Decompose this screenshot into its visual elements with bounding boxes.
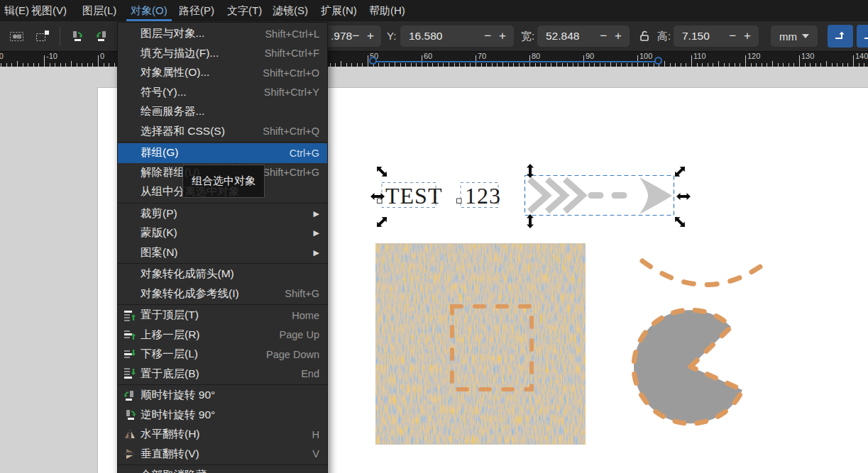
width-field[interactable]: 52.848 −+ — [537, 26, 630, 47]
ruler-tick — [605, 63, 605, 67]
ruler-tick — [762, 63, 762, 67]
arrow-object[interactable] — [525, 176, 674, 216]
menu-item-5[interactable]: 绘画服务器... — [118, 102, 327, 122]
menu-item-label: 全部取消隐藏 — [141, 468, 319, 473]
menu-item-shortcut: Shift+Ctrl+L — [265, 28, 319, 40]
menu-item-15[interactable]: 置于顶层(T)Home — [118, 306, 327, 325]
selection-handle[interactable] — [672, 214, 687, 229]
ruler-tick — [492, 63, 493, 67]
select-all-icon[interactable] — [6, 25, 28, 48]
height-field[interactable]: 7.150 −+ — [674, 26, 759, 47]
menubar-item-2[interactable]: 视图(V) — [28, 0, 70, 21]
ruler-tick — [853, 55, 854, 67]
ruler-tick — [735, 63, 735, 67]
ruler-tick — [508, 63, 509, 67]
lock-ratio-icon[interactable] — [638, 29, 651, 45]
menu-item-10[interactable]: 裁剪(P)▶ — [118, 204, 327, 224]
menubar-item-4[interactable]: 对象(O) — [128, 0, 170, 21]
menubar-item-1[interactable]: 辑(E) — [1, 0, 32, 21]
selection-handle[interactable] — [374, 164, 389, 179]
text-test[interactable]: TEST — [385, 183, 442, 208]
width-decrease-button[interactable]: − — [600, 29, 607, 43]
dashed-curve-object[interactable] — [642, 260, 770, 285]
scale-stroke-toggle[interactable] — [828, 25, 853, 48]
menu-item-3[interactable]: 对象属性(O)...Shift+Ctrl+O — [118, 63, 327, 83]
menu-item-shortcut: H — [312, 429, 319, 440]
menu-item-22[interactable]: 垂直翻转(V)V — [118, 445, 327, 464]
text-123[interactable]: 123 — [465, 183, 501, 208]
menu-item-13[interactable]: 对象转化成箭头(M) — [118, 265, 327, 284]
ruler-tick — [621, 63, 622, 67]
ruler-tick — [551, 63, 551, 67]
y-value[interactable]: 16.580 — [400, 30, 484, 43]
menu-item-spacer — [123, 166, 141, 179]
menu-item-16[interactable]: 上移一层(R)Page Up — [118, 325, 327, 345]
selection-handle[interactable] — [527, 214, 534, 228]
menu-item-spacer — [123, 106, 141, 118]
y-decrease-button[interactable]: − — [484, 29, 491, 43]
height-decrease-button[interactable]: − — [729, 29, 736, 43]
menu-item-21[interactable]: 水平翻转(H)H — [118, 425, 327, 445]
menu-item-12[interactable]: 图案(N)▶ — [118, 243, 327, 263]
menu-item-spacer — [123, 86, 141, 99]
menubar-item-7[interactable]: 滤镜(S) — [270, 0, 311, 21]
scale-corners-toggle[interactable] — [857, 25, 868, 48]
menu-item-20[interactable]: 逆时针旋转 90° — [118, 406, 327, 425]
select-edit-icon[interactable] — [31, 25, 54, 48]
menu-item-14[interactable]: 对象转化成参考线(I)Shift+G — [118, 284, 327, 304]
selection-handle[interactable] — [374, 214, 389, 229]
menu-item-spacer — [123, 469, 141, 473]
width-value[interactable]: 52.848 — [537, 30, 600, 43]
ruler-tick — [713, 63, 713, 67]
ruler-tick — [427, 63, 428, 67]
menu-item-19[interactable]: 顺时针旋转 90° — [118, 386, 327, 406]
y-field[interactable]: 16.580 −+ — [400, 26, 514, 47]
text-123-object[interactable]: 123 — [457, 183, 502, 209]
menubar-item-8[interactable]: 扩展(N) — [318, 0, 360, 21]
unit-dropdown[interactable]: mm — [771, 26, 818, 47]
menu-item-7[interactable]: 群组(G)Ctrl+G — [118, 143, 327, 163]
ruler-label: 70 — [478, 52, 486, 60]
x-decrease-button[interactable]: − — [352, 29, 359, 43]
ruler-tick — [670, 63, 671, 67]
ruler-tick — [691, 55, 692, 67]
text-test-object[interactable]: TEST — [378, 183, 443, 209]
menu-item-4[interactable]: 符号(Y)...Shift+Ctrl+Y — [118, 83, 327, 103]
selection-handle[interactable] — [676, 193, 691, 200]
menubar-item-9[interactable]: 帮助(H) — [366, 0, 408, 21]
menu-item-label: 蒙版(K) — [141, 226, 314, 240]
pacman-shape[interactable] — [634, 310, 742, 423]
y-increase-button[interactable]: + — [499, 29, 506, 43]
rotate-cw-icon[interactable] — [91, 25, 114, 48]
menu-item-6[interactable]: 选择器和 CSS(S)Shift+Ctrl+Q — [118, 122, 327, 142]
menu-item-2[interactable]: 填充与描边(F)...Shift+Ctrl+F — [118, 44, 327, 64]
menu-item-1[interactable]: 图层与对象...Shift+Ctrl+L — [118, 24, 327, 44]
ruler-tick — [820, 63, 821, 67]
menu-item-spacer — [123, 125, 141, 138]
selection-handle[interactable] — [672, 164, 687, 179]
submenu-arrow-icon: ▶ — [314, 248, 319, 257]
menu-item-23[interactable]: 全部取消隐藏 — [118, 466, 327, 473]
ruler-tick — [826, 61, 827, 67]
height-value[interactable]: 7.150 — [674, 30, 729, 43]
menu-item-label: 逆时针旋转 90° — [141, 408, 319, 423]
menu-item-17[interactable]: 下移一层(L)Page Down — [118, 345, 327, 365]
menubar-item-6[interactable]: 文字(T) — [224, 0, 265, 21]
menubar-item-3[interactable]: 图层(L) — [79, 0, 119, 21]
menu-item-spacer — [123, 207, 141, 220]
ruler-tick — [77, 63, 77, 67]
text-origin-handle[interactable] — [457, 199, 462, 204]
ruler-tick — [341, 61, 341, 67]
menu-item-spacer — [123, 186, 141, 199]
x-increase-button[interactable]: + — [367, 29, 374, 43]
width-increase-button[interactable]: + — [615, 29, 622, 43]
menu-item-label: 图层与对象... — [141, 26, 265, 41]
height-increase-button[interactable]: + — [744, 29, 751, 43]
menu-item-11[interactable]: 蒙版(K)▶ — [118, 223, 327, 243]
rotate-ccw-icon[interactable] — [65, 25, 88, 48]
menubar-item-5[interactable]: 路径(P) — [176, 0, 217, 21]
noise-texture-image[interactable] — [375, 243, 586, 445]
menu-item-18[interactable]: 置于底层(B)End — [118, 365, 327, 384]
ruler-tick — [6, 63, 7, 67]
menu-item-label: 对象转化成箭头(M) — [141, 267, 319, 282]
